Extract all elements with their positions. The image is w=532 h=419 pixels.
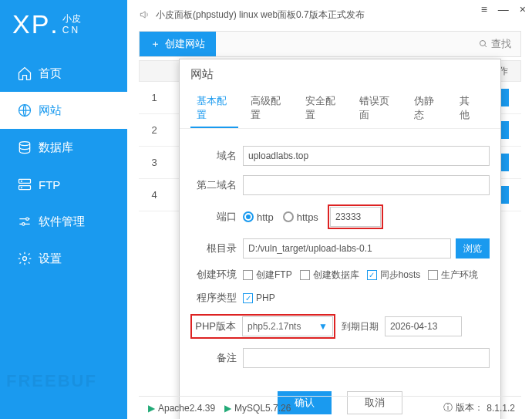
sidebar-item-label: 设置 [39,252,62,266]
sidebar-item-software[interactable]: 软件管理 [0,203,127,240]
home-icon [17,66,37,81]
check-prod[interactable]: 生产环境 [428,269,478,282]
status-apache[interactable]: Apache2.4.39 [158,403,215,414]
label-root: 根目录 [190,242,237,255]
svg-point-7 [22,223,25,225]
svg-point-5 [21,188,22,188]
logo-small: 小皮 [62,13,81,25]
expire-input[interactable] [385,316,462,336]
logo-cn: CN [62,25,81,36]
label-env: 创建环境 [190,268,237,282]
status-bar: ▶ Apache2.4.39 ▶ MySQL5.7.26 ⓘ 版本： 8.1.1… [139,396,521,414]
menu-icon[interactable]: ≡ [481,3,487,15]
logo-xp: XP [12,9,50,39]
svg-rect-3 [19,186,31,190]
nav: 首页 网站 数据库 FTP 软件管理 设置 [0,55,127,277]
check-ftp[interactable]: 创建FTP [243,269,292,282]
root-input[interactable] [243,238,451,258]
window-controls: ≡ — × [481,3,526,15]
sidebar-item-label: 首页 [39,66,62,81]
radio-https[interactable]: https [283,211,318,223]
tab-rewrite[interactable]: 伪静态 [408,90,447,128]
database-icon [17,140,37,155]
modal-form: 域名 第二域名 端口 http https 根目录 浏览 [180,129,500,380]
info-icon: ⓘ [443,401,453,414]
tab-other[interactable]: 其他 [453,90,483,128]
search-button[interactable]: 查找 [479,37,520,51]
svg-point-9 [480,41,486,46]
tab-advanced[interactable]: 高级配置 [244,90,292,128]
sidebar-item-label: 网站 [39,103,62,118]
create-website-button[interactable]: ＋创建网站 [140,32,216,56]
watermark: FREEBUF [6,371,97,391]
sidebar-item-website[interactable]: 网站 [0,92,127,129]
gear-icon [17,251,37,266]
announcement-text[interactable]: 小皮面板(phpstudy) linux web面板0.7版本正式发布 [156,8,365,22]
minimize-icon[interactable]: — [498,3,509,15]
chevron-down-icon: ▼ [318,321,328,332]
label-port: 端口 [190,210,237,224]
sidebar-item-label: 数据库 [39,140,73,155]
svg-point-4 [21,181,22,181]
sidebar-item-label: FTP [39,178,60,191]
tab-error[interactable]: 错误页面 [353,90,401,128]
label-type: 程序类型 [190,291,237,305]
label-second-domain: 第二域名 [190,178,237,192]
website-modal: 网站 基本配置 高级配置 安全配置 错误页面 伪静态 其他 域名 第二域名 端口… [179,59,501,419]
svg-point-6 [26,218,29,220]
svg-point-8 [23,257,27,261]
check-php[interactable]: ✓PHP [243,292,275,303]
port-input[interactable] [330,207,381,227]
server-icon [17,177,37,192]
close-icon[interactable]: × [520,3,526,15]
create-label: 创建网站 [165,37,205,51]
svg-rect-2 [19,179,31,183]
toolbar: ＋创建网站 查找 [139,31,521,57]
phpver-highlight: PHP版本 php5.2.17nts ▼ [190,314,335,339]
mysql-indicator-icon: ▶ [224,403,231,414]
svg-point-1 [19,142,29,146]
modal-tabs: 基本配置 高级配置 安全配置 错误页面 伪静态 其他 [180,90,500,129]
speaker-icon [139,9,150,20]
tab-basic[interactable]: 基本配置 [190,90,238,128]
sidebar: XP . 小皮 CN 首页 网站 数据库 FTP 软件管理 设置 [0,0,127,419]
port-highlight [328,204,383,229]
logo: XP . 小皮 CN [0,0,127,49]
second-domain-input[interactable] [243,175,490,195]
sidebar-item-database[interactable]: 数据库 [0,129,127,166]
note-input[interactable] [243,348,490,368]
label-note: 备注 [190,351,237,365]
apache-indicator-icon: ▶ [148,403,155,414]
search-label: 查找 [491,37,511,51]
version-value: 8.1.1.2 [487,403,515,414]
tab-security[interactable]: 安全配置 [299,90,347,128]
domain-input[interactable] [243,146,490,166]
radio-http[interactable]: http [243,211,274,223]
version-label: 版本： [456,401,483,414]
check-hosts[interactable]: ✓同步hosts [367,269,421,282]
check-db[interactable]: 创建数据库 [300,269,359,282]
sidebar-item-settings[interactable]: 设置 [0,240,127,277]
sidebar-item-home[interactable]: 首页 [0,55,127,92]
status-mysql[interactable]: MySQL5.7.26 [234,403,291,414]
label-phpver: PHP版本 [193,319,236,333]
label-domain: 域名 [190,149,237,163]
sliders-icon [17,214,37,229]
titlebar: 小皮面板(phpstudy) linux web面板0.7版本正式发布 [139,5,524,25]
phpver-select[interactable]: php5.2.17nts ▼ [242,316,333,336]
browse-button[interactable]: 浏览 [456,238,490,258]
sidebar-item-label: 软件管理 [39,215,85,229]
modal-title: 网站 [180,59,500,90]
logo-dot: . [50,9,57,39]
sidebar-item-ftp[interactable]: FTP [0,166,127,203]
label-expire: 到期日期 [342,320,379,333]
globe-icon [17,103,37,118]
